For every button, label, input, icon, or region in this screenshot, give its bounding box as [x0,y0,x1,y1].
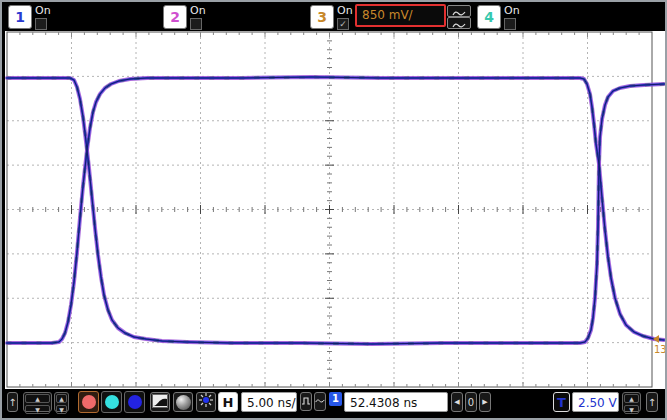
scale-fine-button[interactable] [447,17,471,29]
rising-edge-icon: ↑ [648,397,656,408]
marker-cyan-button[interactable] [101,391,122,413]
channel-2-button[interactable]: 2 [163,5,187,29]
pulse-icon [301,396,311,408]
channel-3-group: 3 On ✓ 850 mV/ [310,4,475,30]
channel-ref-marker-label: 13 [654,344,666,355]
spin-down-icon[interactable]: ▼ [624,405,639,414]
channel-1-checkbox[interactable] [35,18,47,30]
cyan-marker-icon [105,395,119,409]
trigger-slope-button[interactable]: ↑ [646,392,658,412]
timebase-field[interactable]: 5.00 ns/ [241,392,297,412]
trigger-source-flag[interactable]: 1 [329,392,342,406]
color-grade-button[interactable] [173,392,193,412]
marker-red-button[interactable] [78,391,99,413]
right-arrow-icon: ▶ [482,398,487,406]
waveform-display[interactable]: 13 [5,31,666,389]
channel-1-on-label: On [35,4,51,17]
up-arrow-icon: ↑ [8,397,16,408]
channel-4-group: 4 On [477,4,557,30]
channel-3-scale-field[interactable]: 850 mV/ [355,4,446,27]
channel-4-button[interactable]: 4 [477,5,501,29]
channel-4-on-label: On [504,4,520,17]
top-bar: 1 On 2 On 3 On ✓ 850 mV/ [2,2,665,30]
sphere-icon [176,395,191,410]
channel-3-on-label: On [337,4,353,17]
sine-wave-icon [452,14,466,33]
channel-2-checkbox[interactable] [190,18,202,30]
channel-3-button[interactable]: 3 [310,5,334,29]
bottom-bar: ↑ ▲ ▼ ▲ ▼ [5,390,666,419]
red-marker-icon [82,395,96,409]
left-arrow-icon: ◀ [454,398,459,406]
position-right-button[interactable]: ▶ [479,392,491,412]
channel-4-checkbox[interactable] [504,18,516,30]
channel-1-group: 1 On [8,4,158,30]
trigger-level-spinner[interactable]: ▲ ▼ [622,392,641,412]
channel-2-on-label: On [190,4,206,17]
marker-blue-button[interactable] [124,391,145,413]
persistence-icon [152,393,168,412]
spin-down-icon[interactable]: ▼ [56,405,67,414]
spin-up-icon[interactable]: ▲ [56,394,67,403]
spin-down-icon[interactable]: ▼ [25,405,50,414]
trigger-level-field[interactable]: 2.50 V [572,392,619,412]
horizontal-menu-button[interactable]: H [218,392,238,412]
backlight-button[interactable] [196,392,216,412]
run-control-button[interactable]: ↑ [7,392,18,412]
position-zero-button[interactable]: 0 [465,392,477,412]
horizontal-position-field[interactable]: 52.4308 ns [344,392,448,412]
spin-up-icon[interactable]: ▲ [25,394,50,403]
brightness-icon [198,392,214,412]
channel-1-button[interactable]: 1 [8,5,32,29]
channel-3-checkbox[interactable]: ✓ [337,18,349,30]
position-left-button[interactable]: ◀ [451,392,463,412]
blue-marker-icon [128,395,142,409]
trigger-menu-button[interactable]: T [553,392,570,412]
vertical-scale-spinner[interactable]: ▲ ▼ [23,392,52,412]
waveform-plot: 13 [5,31,666,389]
fine-timebase-button[interactable] [314,392,326,411]
spin-up-icon[interactable]: ▲ [624,394,639,403]
persistence-button[interactable] [150,392,170,412]
vertical-offset-spinner[interactable]: ▲ ▼ [54,392,69,412]
sine-wave-icon [315,396,325,407]
channel-ref-marker-arrow[interactable] [653,335,659,343]
zoom-mode-button[interactable] [300,392,312,411]
channel-2-group: 2 On [163,4,303,30]
oscilloscope-screen: 1 On 2 On 3 On ✓ 850 mV/ [0,0,667,420]
